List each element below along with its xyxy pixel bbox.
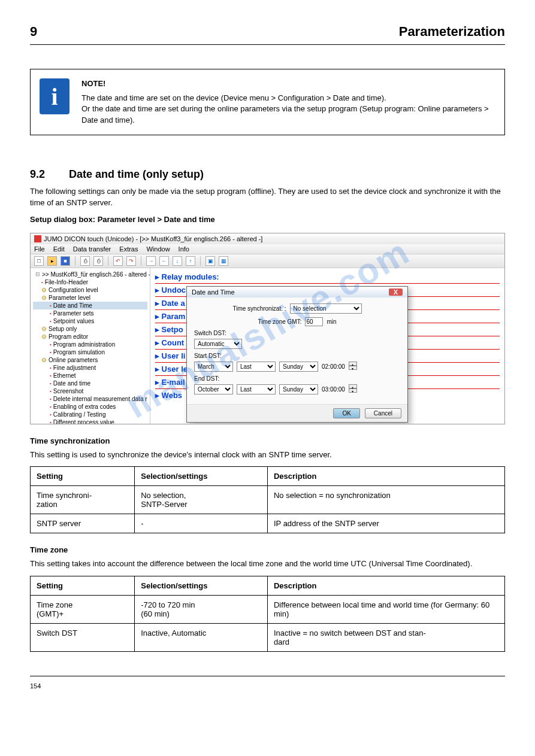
menu-file[interactable]: File	[34, 245, 45, 253]
toolbar-import-icon[interactable]: ←	[159, 256, 169, 266]
toolbar-open-icon[interactable]: ▸	[47, 256, 57, 266]
menu-edit[interactable]: Edit	[53, 245, 65, 253]
tree-panel: ⊟>> MustKoff3_für englisch.266 - altered…	[31, 268, 150, 424]
switch-dst-select[interactable]: Automatic	[194, 339, 242, 349]
tree-item-label: Delete internal measurement data r	[53, 396, 147, 402]
gear-icon: ⚙	[41, 287, 47, 293]
tree-item[interactable]: •Ethernet	[33, 372, 147, 379]
tree-item[interactable]: •Different process value	[33, 418, 147, 424]
tree-item[interactable]: •Delete internal measurement data r	[33, 395, 147, 403]
switch-dst-label: Switch DST:	[194, 330, 400, 336]
gear-icon: ⚙	[41, 333, 47, 340]
end-time-spinner[interactable]: ▴▾	[349, 384, 357, 394]
page-footer: 154	[30, 676, 505, 690]
gear-icon: ⚙	[41, 326, 47, 332]
menu-info[interactable]: Info	[179, 245, 189, 253]
table1-title: Time synchronization	[30, 436, 505, 445]
tree-item[interactable]: ⚙Configuration level	[33, 286, 147, 294]
tree-item-label: Configuration level	[49, 287, 98, 293]
start-month-select[interactable]: March	[194, 362, 233, 372]
start-time-spinner[interactable]: ▴▾	[349, 362, 357, 371]
section-header[interactable]: ▸ Relay modules:	[155, 271, 500, 283]
gear-icon: ⚙	[41, 294, 47, 301]
note-box: i NOTE! The date and time are set on the…	[30, 69, 505, 135]
tree-item[interactable]: ⚙Parameter level	[33, 294, 147, 302]
bullet-icon: •	[41, 280, 43, 285]
tree-item[interactable]: •Program administration	[33, 341, 147, 348]
menu-data-transfer[interactable]: Data transfer	[73, 245, 111, 253]
tree-item-label: Program editor	[49, 333, 88, 340]
toolbar-cascade-icon[interactable]: ▣	[205, 256, 215, 266]
tree-item[interactable]: •Date and Time	[33, 302, 147, 309]
tree-item-label: Setup only	[49, 326, 77, 332]
tree-item[interactable]: ⚙Online parameters	[33, 356, 147, 364]
menu-extras[interactable]: Extras	[119, 245, 138, 253]
tree-item-label: Date and time	[53, 380, 90, 387]
toolbar-undo-icon[interactable]: ↶	[113, 256, 123, 266]
toolbar-print-icon[interactable]: ⎙	[93, 256, 103, 266]
toolbar-down-icon[interactable]: ↓	[173, 256, 182, 266]
bullet-icon: •	[50, 350, 52, 355]
th-setting: Setting	[31, 576, 135, 595]
tree-item[interactable]: ⚙Program editor	[33, 333, 147, 341]
tree-item[interactable]: •Screenshot	[33, 387, 147, 395]
time-sync-select[interactable]: No selection	[290, 303, 362, 314]
tz-input[interactable]	[305, 317, 323, 326]
tz-unit: min	[327, 318, 336, 325]
tree-item[interactable]: •File-Info-Header	[33, 278, 147, 286]
toolbar-export-icon[interactable]: →	[146, 256, 156, 266]
tree-item[interactable]: •Setpoint values	[33, 317, 147, 325]
tz-label: Time zone GMT:	[258, 318, 301, 325]
tree-item[interactable]: •Fine adjustment	[33, 364, 147, 372]
toolbar-preview-icon[interactable]: ⎙	[80, 256, 90, 266]
table-row: Time synchroni- zation No selection, SNT…	[31, 486, 505, 514]
note-body: The date and time are set on the device …	[81, 93, 495, 126]
end-month-select[interactable]: October	[194, 384, 233, 394]
date-time-dialog: Date and Time X Time synchronizat. : No …	[186, 286, 408, 423]
bullet-icon: •	[50, 303, 52, 308]
close-icon[interactable]: X	[389, 289, 403, 296]
tree-item-label: Program administration	[53, 341, 115, 348]
time-sync-label: Time synchronizat. :	[232, 305, 286, 312]
toolbar-tile-icon[interactable]: ▦	[219, 256, 228, 266]
tree-item[interactable]: •Enabling of extra codes	[33, 403, 147, 411]
tree-item[interactable]: •Calibrating / Testing	[33, 411, 147, 418]
cancel-button[interactable]: Cancel	[365, 408, 401, 418]
subsection-title: Date and time (only setup)	[69, 168, 204, 181]
tree-item-label: Date and Time	[53, 302, 92, 309]
tree-item-label: Ethernet	[53, 372, 76, 379]
bullet-icon: •	[50, 365, 52, 371]
th-description: Description	[267, 576, 504, 595]
tree-item-label: Enabling of extra codes	[53, 403, 116, 410]
window-title: JUMO DICON touch (Unicode) - [>> MustKof…	[44, 235, 262, 242]
end-week-select[interactable]: Last	[237, 384, 276, 394]
bullet-icon: •	[50, 311, 52, 316]
table-row: Switch DST Inactive, Automatic Inactive …	[31, 623, 505, 651]
toolbar-redo-icon[interactable]: ↷	[126, 256, 136, 266]
tree-item-label: Screenshot	[53, 388, 84, 394]
toolbar-save-icon[interactable]: ■	[61, 256, 70, 266]
tree-item-label: Program simulation	[53, 349, 105, 356]
end-day-select[interactable]: Sunday	[279, 384, 318, 394]
dialog-titlebar: Date and Time X	[187, 287, 407, 297]
tree-item-label: Fine adjustment	[53, 365, 96, 371]
dialog-title: Date and Time	[192, 289, 235, 296]
tree-item-label: Online parameters	[49, 357, 98, 363]
tree-item[interactable]: •Program simulation	[33, 348, 147, 356]
tree-root[interactable]: ⊟>> MustKoff3_für englisch.266 - altered…	[33, 271, 147, 278]
menu-window[interactable]: Window	[146, 245, 170, 253]
start-day-select[interactable]: Sunday	[279, 362, 318, 372]
ok-button[interactable]: OK	[333, 408, 359, 418]
screenshot-image: JUMO DICON touch (Unicode) - [>> MustKof…	[30, 233, 505, 424]
tree-item-label: Different process value	[53, 419, 114, 424]
toolbar-new-icon[interactable]: □	[34, 256, 44, 266]
tree-item[interactable]: •Parameter sets	[33, 309, 147, 317]
tree-item[interactable]: ⚙Setup only	[33, 325, 147, 333]
toolbar-up-icon[interactable]: ↑	[186, 256, 195, 266]
start-week-select[interactable]: Last	[237, 362, 276, 372]
tree-item[interactable]: •Date and time	[33, 379, 147, 387]
bullet-icon: •	[50, 388, 52, 394]
section-title: Parameterization	[399, 24, 505, 40]
table2-intro: This setting takes into account the diff…	[30, 558, 505, 570]
time-sync-table: Setting Selection/settings Description T…	[30, 466, 505, 533]
